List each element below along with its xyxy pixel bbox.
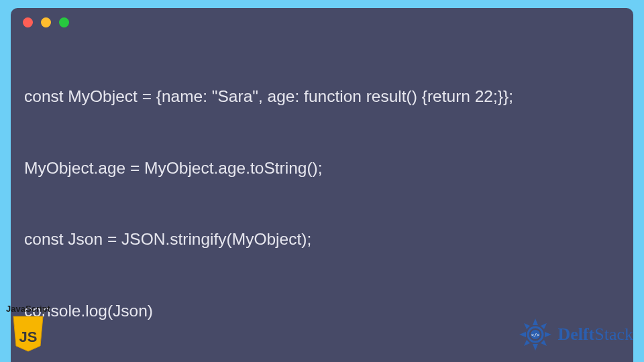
- js-shield-text: JS: [19, 328, 38, 345]
- javascript-label: JavaScript: [4, 304, 52, 314]
- brand-name: DelftStack: [557, 324, 633, 345]
- brand-logo-icon: </>: [517, 316, 553, 353]
- code-window: const MyObject = {name: "Sara", age: fun…: [11, 8, 633, 362]
- svg-text:</>: </>: [531, 333, 540, 338]
- code-line: MyObject.age = MyObject.age.toString();: [24, 156, 620, 180]
- maximize-icon: [59, 17, 69, 27]
- minimize-icon: [41, 17, 51, 27]
- brand: </> DelftStack: [517, 316, 633, 353]
- window-titlebar: [11, 8, 633, 30]
- close-icon: [23, 17, 33, 27]
- javascript-shield-icon: JS: [11, 315, 46, 353]
- javascript-badge: JavaScript JS: [4, 304, 52, 355]
- code-body: const MyObject = {name: "Sara", age: fun…: [11, 30, 633, 362]
- code-line: const MyObject = {name: "Sara", age: fun…: [24, 84, 620, 109]
- code-line: const Json = JSON.stringify(MyObject);: [24, 227, 620, 251]
